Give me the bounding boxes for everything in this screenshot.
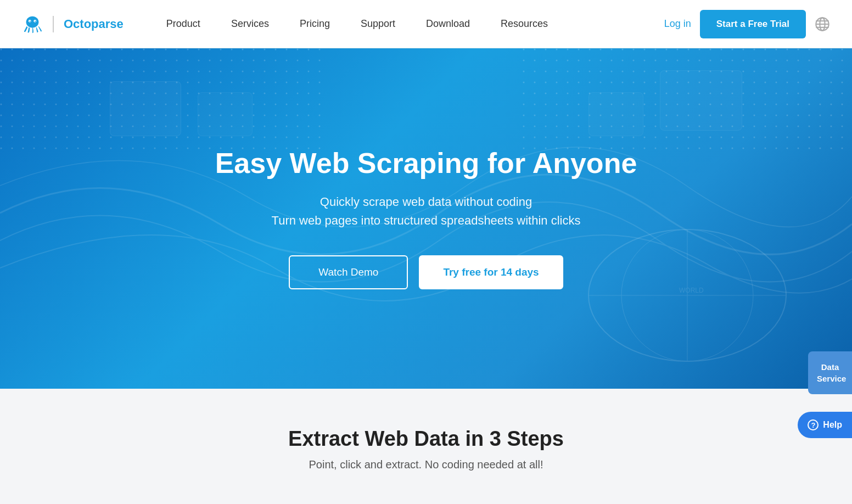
hero-buttons: Watch Demo Try free for 14 days <box>215 255 637 289</box>
try-free-button[interactable]: Try free for 14 days <box>419 255 563 289</box>
nav-right: Log in Start a Free Trial <box>664 10 830 38</box>
hero-subtitle-2: Turn web pages into structured spreadshe… <box>215 214 637 228</box>
brand-name: Octoparse <box>64 17 124 31</box>
hero-section: WORLD Easy Web Scraping for Anyone Quick… <box>0 48 852 389</box>
login-link[interactable]: Log in <box>664 18 691 30</box>
below-hero-title: Extract Web Data in 3 Steps <box>22 427 830 451</box>
nav-links: Product Services Pricing Support Downloa… <box>151 0 664 48</box>
svg-point-0 <box>26 16 39 27</box>
help-icon: ? <box>808 419 819 430</box>
svg-rect-11 <box>0 48 329 158</box>
logo-area[interactable]: Octoparse <box>22 14 124 35</box>
svg-point-3 <box>30 20 31 21</box>
svg-text:?: ? <box>811 421 816 429</box>
below-hero-subtitle: Point, click and extract. No coding need… <box>22 458 830 471</box>
below-hero-section: Extract Web Data in 3 Steps Point, click… <box>0 389 852 504</box>
nav-resources[interactable]: Resources <box>485 0 563 48</box>
nav-product[interactable]: Product <box>151 0 216 48</box>
logo-icon <box>22 14 43 35</box>
nav-services[interactable]: Services <box>216 0 284 48</box>
logo-divider <box>53 16 54 32</box>
svg-point-4 <box>35 20 36 21</box>
help-label: Help <box>823 420 842 430</box>
hero-bg-card <box>588 92 643 136</box>
start-free-trial-button[interactable]: Start a Free Trial <box>700 10 806 38</box>
svg-rect-13 <box>523 48 852 158</box>
hero-subtitle-1: Quickly scrape web data without coding <box>215 195 637 209</box>
hero-bg-card <box>198 92 253 136</box>
hero-content: Easy Web Scraping for Anyone Quickly scr… <box>193 148 659 289</box>
svg-text:WORLD: WORLD <box>679 287 704 294</box>
watch-demo-button[interactable]: Watch Demo <box>289 255 408 289</box>
nav-download[interactable]: Download <box>411 0 485 48</box>
hero-bg-card <box>660 70 742 131</box>
help-button[interactable]: ? Help <box>798 412 852 438</box>
navbar: Octoparse Product Services Pricing Suppo… <box>0 0 852 48</box>
data-service-button[interactable]: Data Service <box>808 351 852 394</box>
hero-bg-card <box>110 81 181 136</box>
hero-title: Easy Web Scraping for Anyone <box>215 148 637 179</box>
globe-icon[interactable] <box>815 16 830 32</box>
nav-pricing[interactable]: Pricing <box>284 0 345 48</box>
nav-support[interactable]: Support <box>345 0 411 48</box>
